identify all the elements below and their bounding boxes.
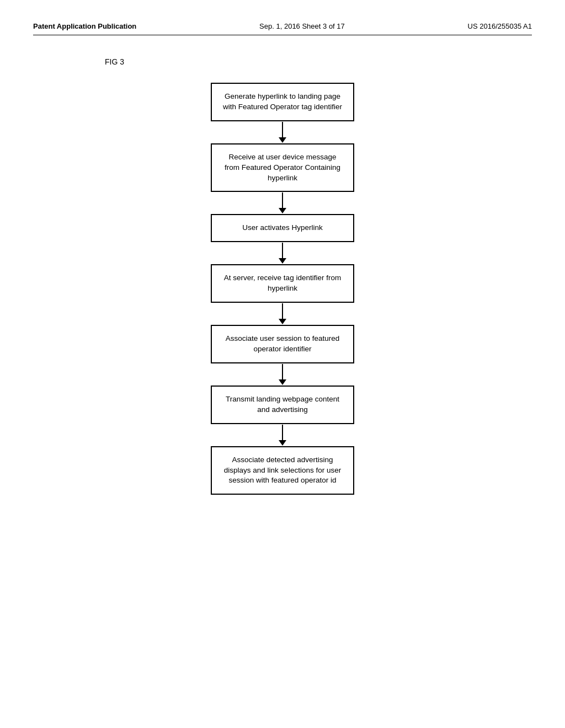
flowchart: Generate hyperlink to landing page with … [33, 83, 532, 495]
flow-step-7: Associate detected advertising displays … [211, 446, 354, 495]
arrow-5 [279, 363, 286, 386]
arrow-head-2 [279, 208, 286, 213]
arrow-6 [279, 424, 286, 446]
page-header: Patent Application Publication Sep. 1, 2… [33, 22, 532, 35]
arrow-head-4 [279, 319, 286, 324]
arrow-head-3 [279, 258, 286, 264]
flow-step-6: Transmit landing webpage content and adv… [211, 386, 354, 424]
flow-step-7-text: Associate detected advertising displays … [224, 456, 341, 485]
arrow-head-5 [279, 379, 286, 385]
arrow-line-1 [282, 122, 283, 137]
flow-step-3-text: User activates Hyperlink [242, 223, 323, 232]
header-center: Sep. 1, 2016 Sheet 3 of 17 [259, 22, 345, 30]
arrow-line-6 [282, 425, 283, 440]
arrow-head-1 [279, 137, 286, 143]
page: Patent Application Publication Sep. 1, 2… [0, 0, 565, 728]
arrow-line-2 [282, 192, 283, 208]
flow-step-4-text: At server, receive tag identifier from h… [224, 274, 341, 292]
flow-step-3: User activates Hyperlink [211, 214, 354, 242]
flow-step-6-text: Transmit landing webpage content and adv… [226, 395, 339, 414]
header-left: Patent Application Publication [33, 22, 136, 30]
flow-step-2-text: Receive at user device message from Feat… [225, 153, 340, 182]
arrow-4 [279, 303, 286, 325]
arrow-line-3 [282, 243, 283, 258]
arrow-line-4 [282, 303, 283, 319]
arrow-1 [279, 121, 286, 143]
flow-step-2: Receive at user device message from Feat… [211, 143, 354, 192]
flow-step-1-text: Generate hyperlink to landing page with … [223, 92, 342, 111]
flow-step-5: Associate user session to featured opera… [211, 325, 354, 363]
flow-step-4: At server, receive tag identifier from h… [211, 264, 354, 303]
flow-step-1: Generate hyperlink to landing page with … [211, 83, 354, 121]
header-right: US 2016/255035 A1 [468, 22, 532, 30]
figure-label: FIG 3 [105, 57, 532, 66]
arrow-3 [279, 242, 286, 264]
flow-step-5-text: Associate user session to featured opera… [226, 334, 339, 353]
arrow-line-5 [282, 364, 283, 379]
arrow-head-6 [279, 440, 286, 446]
arrow-2 [279, 192, 286, 214]
